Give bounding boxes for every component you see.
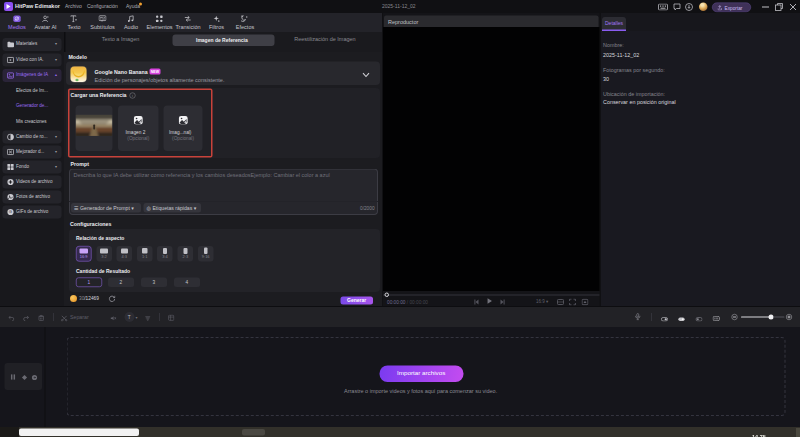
svg-text:G: G: [9, 210, 12, 214]
